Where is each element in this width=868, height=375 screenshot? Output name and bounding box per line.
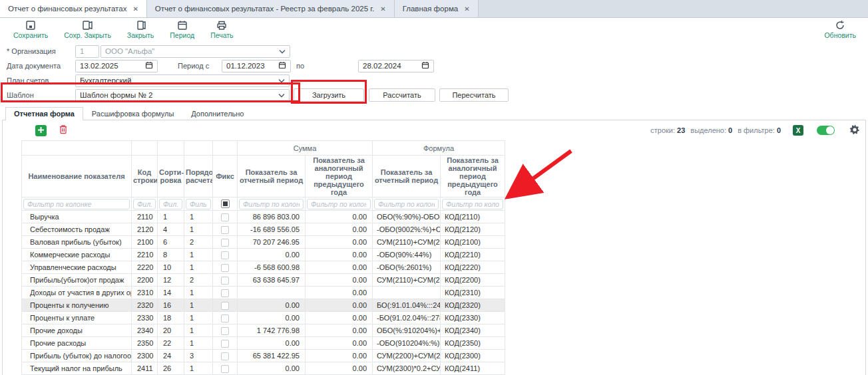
fix-checkbox[interactable] bbox=[221, 251, 229, 259]
cell-code[interactable]: 2100 bbox=[132, 236, 158, 249]
close-button[interactable]: Закрыть bbox=[119, 18, 162, 41]
save-button[interactable]: Сохранить bbox=[5, 18, 56, 41]
cell-sum_prev[interactable]: 0.00 bbox=[306, 324, 373, 337]
cell-fix[interactable] bbox=[213, 287, 238, 299]
cell-sort[interactable]: 6 bbox=[158, 236, 184, 249]
cell-sum_current[interactable]: 0.00 bbox=[238, 337, 306, 350]
tab-additional[interactable]: Дополнительно bbox=[182, 107, 252, 120]
cell-order[interactable]: 1 bbox=[184, 299, 213, 312]
cell-sort[interactable]: 14 bbox=[158, 287, 184, 299]
col-header-name[interactable]: Наименование показателя bbox=[22, 156, 132, 197]
doc-date-field[interactable]: 13.02.2025 bbox=[75, 60, 158, 72]
cell-sort[interactable]: 20 bbox=[158, 324, 184, 337]
table-row[interactable]: Прочие доходы23402011 742 776.980.00ОБО(… bbox=[22, 324, 505, 337]
close-icon[interactable]: ✕ bbox=[464, 5, 469, 13]
cell-code[interactable]: 2300 bbox=[132, 350, 158, 362]
chevron-down-icon[interactable] bbox=[278, 76, 285, 84]
col-header-code[interactable]: Код строки bbox=[132, 156, 158, 197]
cell-formula_prev[interactable]: КОД(2310) bbox=[441, 287, 505, 299]
table-row[interactable]: Проценты к уплате23301810.000.00-БО(91.0… bbox=[22, 312, 505, 324]
cell-formula_current[interactable] bbox=[373, 287, 441, 299]
delete-row-button[interactable] bbox=[57, 125, 69, 136]
organization-select[interactable]: ООО "Альфа" bbox=[101, 45, 290, 58]
cell-code[interactable]: 2320 bbox=[132, 299, 158, 312]
tab-main-form[interactable]: Главная форма ✕ bbox=[395, 0, 479, 17]
cell-code[interactable]: 2340 bbox=[132, 324, 158, 337]
cell-formula_prev[interactable]: КОД(2210) bbox=[441, 249, 505, 261]
fix-checkbox[interactable] bbox=[221, 226, 229, 234]
filter-order-input[interactable] bbox=[186, 199, 211, 209]
cell-formula_current[interactable]: ОБО(%:910204%)+О... bbox=[373, 324, 441, 337]
cell-formula_prev[interactable]: КОД(2320) bbox=[441, 299, 505, 312]
cell-order[interactable]: 1 bbox=[184, 362, 213, 375]
cell-formula_prev[interactable]: КОД(2411) bbox=[441, 362, 505, 375]
cell-name[interactable]: Проценты к уплате bbox=[22, 312, 132, 324]
table-row[interactable]: Доходы от участия в других организаци...… bbox=[22, 287, 505, 299]
filter-toggle[interactable] bbox=[817, 126, 835, 135]
table-row[interactable]: Проценты к получению23201610.000.00БО(:9… bbox=[22, 299, 505, 312]
cell-name[interactable]: Себестоимость продаж bbox=[22, 223, 132, 236]
cell-sort[interactable]: 10 bbox=[158, 261, 184, 274]
organization-code-field[interactable]: 1 bbox=[75, 45, 99, 58]
cell-order[interactable]: 2 bbox=[184, 274, 213, 287]
cell-formula_prev[interactable]: КОД(2220) bbox=[441, 261, 505, 274]
cell-order[interactable]: 1 bbox=[184, 337, 213, 350]
save-close-button[interactable]: Сохр. Закрыть bbox=[56, 18, 119, 41]
tab-formula-decoding[interactable]: Расшифровка формулы bbox=[83, 107, 182, 120]
table-row[interactable]: Текущий налог на прибыль24112610.000.00С… bbox=[22, 362, 505, 375]
cell-code[interactable]: 2310 bbox=[132, 287, 158, 299]
close-icon[interactable]: ✕ bbox=[132, 5, 138, 13]
cell-sum_prev[interactable]: 0.00 bbox=[306, 299, 373, 312]
cell-name[interactable]: Валовая прибыль (убыток) bbox=[22, 236, 132, 249]
cell-formula_current[interactable]: -ОБО(90%:44%) bbox=[373, 249, 441, 261]
cell-fix[interactable] bbox=[213, 350, 238, 362]
cell-sum_current[interactable]: 0.00 bbox=[238, 249, 306, 261]
cell-sum_prev[interactable]: 0.00 bbox=[306, 350, 373, 362]
cell-name[interactable]: Прочие расходы bbox=[22, 337, 132, 350]
cell-sum_current[interactable]: 0.00 bbox=[238, 362, 306, 375]
fix-checkbox[interactable] bbox=[221, 327, 229, 335]
cell-sum_prev[interactable]: 0.00 bbox=[306, 287, 373, 299]
cell-sum_prev[interactable]: 0.00 bbox=[306, 236, 373, 249]
cell-fix[interactable] bbox=[213, 236, 238, 249]
cell-name[interactable]: Прибыль (убыток) до налогообложения bbox=[22, 350, 132, 362]
filter-code-input[interactable] bbox=[133, 199, 156, 209]
calendar-icon[interactable] bbox=[278, 61, 286, 70]
cell-sum_current[interactable]: 63 638 645.97 bbox=[238, 274, 306, 287]
table-row[interactable]: Прибыль(убыток)от продаж220012263 638 64… bbox=[22, 274, 505, 287]
filter-sum-prev-input[interactable] bbox=[307, 199, 371, 209]
cell-formula_prev[interactable]: КОД(2100) bbox=[441, 236, 505, 249]
table-row[interactable]: Себестоимость продаж212041-16 689 556.05… bbox=[22, 223, 505, 236]
cell-sum_prev[interactable]: 0.00 bbox=[306, 337, 373, 350]
cell-sum_prev[interactable]: 0.00 bbox=[306, 261, 373, 274]
cell-formula_prev[interactable]: КОД(2200) bbox=[441, 274, 505, 287]
cell-fix[interactable] bbox=[213, 261, 238, 274]
cell-code[interactable]: 2220 bbox=[132, 261, 158, 274]
calendar-icon[interactable] bbox=[145, 61, 153, 70]
cell-sort[interactable]: 12 bbox=[158, 274, 184, 287]
cell-fix[interactable] bbox=[213, 249, 238, 261]
cell-formula_current[interactable]: БО(:91.01.04%:::245... bbox=[373, 299, 441, 312]
cell-fix[interactable] bbox=[213, 211, 238, 223]
close-icon[interactable]: ✕ bbox=[380, 5, 385, 13]
col-header-formula-current[interactable]: Показатель за отчетный период bbox=[373, 156, 441, 197]
calculate-button[interactable]: Рассчитать bbox=[369, 88, 435, 102]
cell-code[interactable]: 2120 bbox=[132, 223, 158, 236]
cell-sum_current[interactable]: 1 742 776.98 bbox=[238, 324, 306, 337]
cell-formula_prev[interactable]: КОД(2340) bbox=[441, 324, 505, 337]
cell-fix[interactable] bbox=[213, 324, 238, 337]
period-button[interactable]: Период bbox=[162, 18, 202, 41]
cell-sum_prev[interactable]: 0.00 bbox=[306, 312, 373, 324]
fix-checkbox[interactable] bbox=[221, 365, 229, 373]
fix-checkbox[interactable] bbox=[221, 340, 229, 348]
cell-code[interactable]: 2330 bbox=[132, 312, 158, 324]
cell-formula_current[interactable]: -ОБО(%:2601%) bbox=[373, 261, 441, 274]
recalculate-button[interactable]: Пересчитать bbox=[439, 88, 509, 102]
filter-sort-input[interactable] bbox=[159, 199, 182, 209]
table-row[interactable]: Выручка21101186 896 803.000.00ОБО(%:90%)… bbox=[22, 211, 505, 223]
cell-order[interactable]: 1 bbox=[184, 249, 213, 261]
load-button[interactable]: Загрузить bbox=[294, 88, 364, 102]
filter-formula-prev-input[interactable] bbox=[442, 199, 503, 209]
gear-icon[interactable] bbox=[849, 124, 860, 136]
chart-of-accounts-select[interactable]: Бухгалтерский bbox=[75, 74, 290, 87]
